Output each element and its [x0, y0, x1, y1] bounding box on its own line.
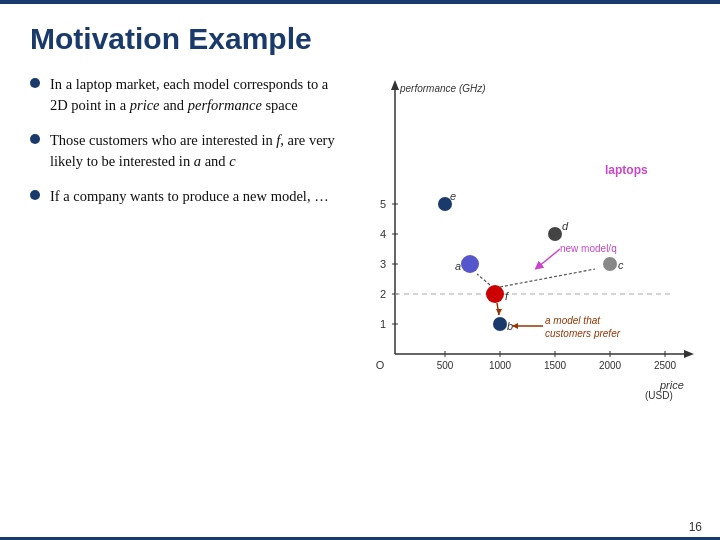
svg-text:O: O: [376, 359, 385, 371]
svg-text:new model/q: new model/q: [560, 243, 617, 254]
svg-text:5: 5: [380, 198, 386, 210]
svg-point-40: [486, 285, 504, 303]
svg-text:f: f: [505, 290, 509, 302]
svg-text:d: d: [562, 220, 569, 232]
svg-text:a model that: a model that: [545, 315, 601, 326]
svg-marker-2: [391, 80, 399, 90]
svg-text:customers prefer: customers prefer: [545, 328, 621, 339]
bullet-item-3: If a company wants to produce a new mode…: [30, 186, 340, 207]
chart-svg: 1 2 3 4 5 O: [350, 74, 710, 404]
svg-text:performance (GHz): performance (GHz): [399, 83, 486, 94]
svg-text:2000: 2000: [599, 360, 622, 371]
bullet-text-3: If a company wants to produce a new mode…: [50, 186, 329, 207]
svg-line-43: [500, 269, 595, 287]
svg-text:1: 1: [380, 318, 386, 330]
svg-text:1500: 1500: [544, 360, 567, 371]
bullet-dot-1: [30, 78, 40, 88]
text-column: In a laptop market, each model correspon…: [30, 74, 340, 408]
bullet-dot-3: [30, 190, 40, 200]
svg-text:500: 500: [437, 360, 454, 371]
slide-content: Motivation Example In a laptop market, e…: [0, 4, 720, 418]
svg-marker-3: [684, 350, 694, 358]
bullet-dot-2: [30, 134, 40, 144]
svg-text:2: 2: [380, 288, 386, 300]
svg-text:a: a: [455, 260, 461, 272]
svg-text:1000: 1000: [489, 360, 512, 371]
svg-text:c: c: [618, 259, 624, 271]
svg-text:(USD): (USD): [645, 390, 673, 401]
bullet-item-1: In a laptop market, each model correspon…: [30, 74, 340, 116]
svg-text:e: e: [450, 190, 456, 202]
svg-text:laptops: laptops: [605, 163, 648, 177]
bullet-text-2: Those customers who are interested in f,…: [50, 130, 340, 172]
svg-point-34: [548, 227, 562, 241]
svg-line-31: [538, 249, 560, 267]
chart-column: 1 2 3 4 5 O: [350, 74, 710, 408]
svg-point-38: [603, 257, 617, 271]
svg-text:4: 4: [380, 228, 386, 240]
main-area: In a laptop market, each model correspon…: [30, 74, 690, 408]
slide-title: Motivation Example: [30, 22, 690, 56]
svg-text:2500: 2500: [654, 360, 677, 371]
svg-point-36: [461, 255, 479, 273]
svg-point-44: [493, 317, 507, 331]
bullet-item-2: Those customers who are interested in f,…: [30, 130, 340, 172]
bullet-text-1: In a laptop market, each model correspon…: [50, 74, 340, 116]
page-number: 16: [689, 520, 702, 534]
svg-marker-51: [496, 309, 502, 315]
svg-text:3: 3: [380, 258, 386, 270]
slide-container: Motivation Example In a laptop market, e…: [0, 0, 720, 540]
svg-line-42: [477, 274, 490, 285]
